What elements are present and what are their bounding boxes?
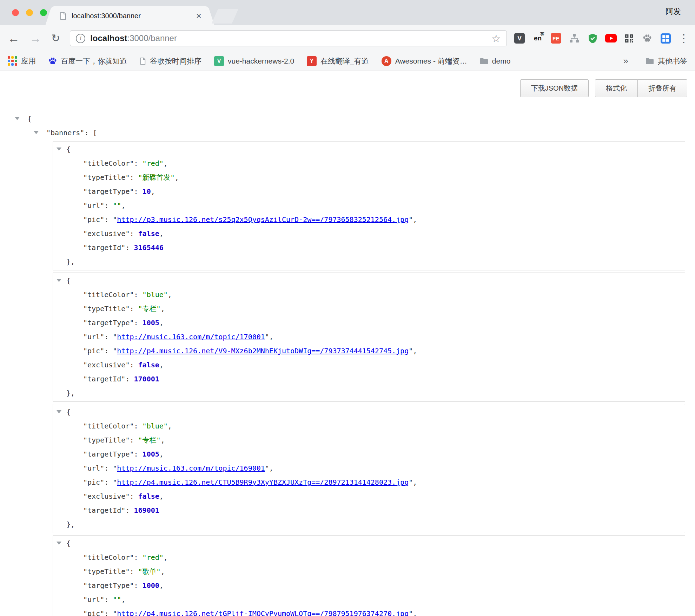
json-punctuation: : — [125, 243, 134, 252]
tab-close-icon[interactable]: × — [196, 11, 201, 20]
json-key: "pic" — [83, 609, 104, 616]
json-punctuation: , — [159, 581, 164, 590]
json-punctuation: " — [113, 478, 117, 486]
json-line: "exclusive": false, — [53, 227, 685, 241]
bookmark-youdao-translate[interactable]: Y 在线翻译_有道 — [307, 56, 369, 66]
json-punctuation: : — [134, 159, 143, 168]
bookmark-google-sort[interactable]: 谷歌按时间排序 — [140, 56, 201, 66]
format-button[interactable]: 格式化 — [595, 79, 638, 97]
json-punctuation: , — [161, 436, 165, 444]
page-favicon-icon — [60, 12, 67, 20]
new-tab-button[interactable] — [212, 9, 239, 24]
json-url-link[interactable]: http://p4.music.126.net/CTU5B9R9y3XyYBZX… — [117, 478, 409, 486]
json-value: "" — [113, 595, 121, 604]
json-punctuation: , — [121, 595, 125, 604]
json-punctuation: : — [130, 361, 138, 369]
forward-button[interactable]: → — [29, 32, 41, 44]
json-punctuation: : — [104, 333, 113, 341]
json-punctuation: , — [413, 609, 417, 616]
bookmark-label: 谷歌按时间排序 — [150, 56, 201, 66]
json-key: "pic" — [83, 215, 104, 224]
json-line: "targetType": 1005, — [53, 316, 685, 330]
json-object: {"titleColor": "red","typeTitle": "新碟首发"… — [53, 141, 685, 270]
refresh-button[interactable]: ↻ — [51, 33, 60, 44]
json-punctuation: , — [159, 319, 164, 327]
json-line: { — [53, 536, 685, 550]
bookmarks-bar: 应用 百度一下，你就知道 谷歌按时间排序 V vue-hackernews-2.… — [0, 51, 695, 71]
bookmark-label: 其他书签 — [658, 56, 687, 66]
json-url-link[interactable]: http://p4.music.126.net/V9-MXz6b2MNhEKju… — [117, 347, 409, 355]
collapse-toggle-icon[interactable] — [34, 131, 39, 134]
json-line: "typeTitle": "专栏", — [53, 433, 685, 447]
json-punctuation: , — [159, 492, 164, 500]
minimize-window-button[interactable] — [26, 9, 33, 16]
maximize-window-button[interactable] — [40, 9, 47, 16]
json-url-link[interactable]: http://p4.music.126.net/tGPljf-IMOCyPvum… — [117, 609, 409, 616]
json-key: "pic" — [83, 347, 104, 355]
browser-tab[interactable]: localhost:3000/banner × — [53, 6, 207, 25]
collapse-toggle-icon[interactable] — [57, 542, 61, 545]
json-key: "targetType" — [83, 319, 134, 327]
json-value: 10 — [143, 187, 151, 196]
other-bookmarks-folder[interactable]: 其他书签 — [646, 56, 687, 66]
bookmarks-overflow-chevron[interactable]: » — [623, 55, 628, 66]
json-key: "titleColor" — [83, 290, 134, 299]
bookmark-awesomes[interactable]: A Awesomes - 前端资… — [382, 56, 467, 66]
download-json-button[interactable]: 下载JSON数据 — [520, 79, 589, 97]
address-bar[interactable]: i localhost:3000/banner ☆ — [70, 30, 507, 46]
json-punctuation: , — [159, 450, 164, 458]
json-key: "pic" — [83, 478, 104, 486]
json-line: "targetType": 1000, — [53, 578, 685, 592]
json-object: {"titleColor": "blue","typeTitle": "专栏",… — [53, 273, 685, 402]
profile-name[interactable]: 阿发 — [666, 6, 681, 17]
bookmark-demo-folder[interactable]: demo — [480, 57, 511, 65]
json-punctuation: , — [269, 464, 273, 472]
banner-list: {"titleColor": "red","typeTitle": "新碟首发"… — [53, 141, 685, 616]
fe-extension-icon[interactable]: FE — [548, 31, 564, 46]
json-punctuation: , — [175, 173, 179, 182]
qr-code-extension-icon[interactable] — [621, 31, 637, 46]
bookmark-apps[interactable]: 应用 — [8, 56, 36, 66]
collapse-all-button[interactable]: 折叠所有 — [637, 79, 687, 97]
json-url-link[interactable]: http://music.163.com/m/topic/170001 — [117, 333, 265, 341]
json-line: "exclusive": false, — [53, 358, 685, 372]
close-window-button[interactable] — [12, 9, 19, 16]
json-punctuation: : — [134, 422, 143, 430]
json-url-link[interactable]: http://p3.music.126.net/s25q2x5QyqsAzilC… — [117, 215, 409, 224]
json-value: "red" — [143, 159, 164, 168]
collapse-toggle-icon[interactable] — [57, 148, 61, 151]
bookmark-label: 在线翻译_有道 — [320, 56, 369, 66]
translate-extension-icon[interactable]: en 英 — [530, 31, 545, 46]
json-value: false — [138, 229, 159, 238]
grid-extension-icon[interactable] — [658, 31, 673, 46]
back-button[interactable]: ← — [8, 32, 20, 44]
sitemap-extension-icon[interactable] — [567, 31, 582, 46]
json-url-link[interactable]: http://music.163.com/m/topic/169001 — [117, 464, 265, 472]
json-line: "typeTitle": "新碟首发", — [53, 170, 685, 184]
collapse-toggle-icon[interactable] — [57, 410, 61, 413]
bookmark-baidu[interactable]: 百度一下，你就知道 — [48, 56, 127, 66]
page-info-icon[interactable]: i — [76, 34, 85, 43]
youtube-extension-icon[interactable] — [603, 31, 618, 46]
json-punctuation: " — [409, 478, 413, 486]
bookmark-star-icon[interactable]: ☆ — [491, 32, 501, 45]
json-punctuation: : — [130, 304, 138, 313]
collapse-toggle-icon[interactable] — [57, 279, 61, 282]
collapse-toggle-icon[interactable] — [15, 117, 20, 120]
json-line: "titleColor": "blue", — [53, 419, 685, 433]
bookmark-vue-hackernews[interactable]: V vue-hackernews-2.0 — [214, 56, 294, 66]
json-value: false — [138, 492, 159, 500]
json-value: "blue" — [143, 422, 168, 430]
json-tree: {"banners": [{"titleColor": "red","typeT… — [0, 112, 695, 616]
youdao-icon: Y — [307, 56, 317, 66]
security-shield-extension-icon[interactable] — [585, 31, 600, 46]
bookmark-label: 应用 — [21, 56, 36, 66]
json-line: { — [53, 274, 685, 288]
paw-extension-icon[interactable] — [640, 31, 655, 46]
vimium-extension-icon[interactable]: V — [512, 31, 527, 46]
json-punctuation: " — [113, 347, 117, 355]
json-line: "url": "http://music.163.com/m/topic/169… — [53, 461, 685, 475]
tab-strip: localhost:3000/banner × 阿发 — [0, 0, 695, 25]
browser-menu-icon[interactable]: ⋮ — [678, 33, 689, 44]
url-host: localhost — [90, 33, 127, 43]
